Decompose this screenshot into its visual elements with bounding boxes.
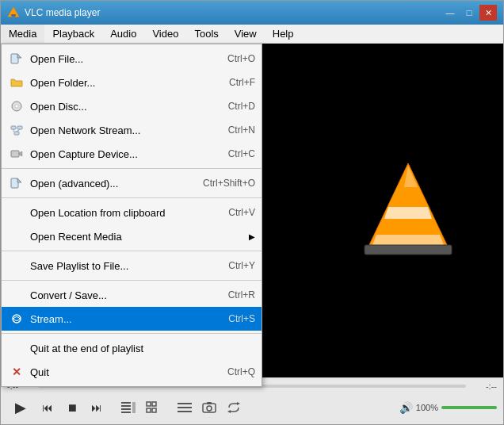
svg-marker-19: [372, 235, 444, 245]
svg-rect-28: [152, 402, 156, 406]
menu-video[interactable]: Video: [144, 25, 186, 43]
menu-help[interactable]: Help: [265, 25, 302, 43]
svg-rect-12: [11, 151, 19, 157]
menu-bar: Media Playback Audio Video Tools View He…: [1, 25, 503, 44]
convert-icon: [8, 286, 25, 304]
open-capture-shortcut: Ctrl+C: [228, 148, 255, 159]
menu-item-open-advanced[interactable]: Open (advanced)... Ctrl+Shift+O: [2, 171, 262, 195]
toggle-playlist-button[interactable]: [117, 396, 139, 419]
menu-item-open-network[interactable]: Open Network Stream... Ctrl+N: [2, 118, 262, 142]
open-network-shortcut: Ctrl+N: [228, 124, 255, 136]
svg-rect-32: [178, 407, 192, 408]
menu-item-quit-playlist[interactable]: Quit at the end of playlist: [2, 336, 262, 360]
menu-item-open-file[interactable]: Open File... Ctrl+O: [2, 47, 262, 71]
volume-area: 🔊 100%: [399, 401, 497, 414]
snapshot-button[interactable]: [198, 396, 220, 419]
extended-controls-button[interactable]: [142, 396, 164, 419]
stream-shortcut: Ctrl+S: [228, 313, 255, 324]
quit-playlist-label: Quit at the end of playlist: [30, 343, 255, 354]
open-disc-label: Open Disc...: [30, 101, 228, 113]
svg-rect-9: [14, 132, 19, 135]
vlc-cone-graphic: [361, 159, 456, 262]
volume-label: 100%: [416, 403, 438, 412]
svg-rect-36: [207, 402, 212, 404]
svg-marker-4: [17, 54, 21, 58]
convert-label: Convert / Save...: [30, 289, 228, 301]
menu-item-open-recent[interactable]: Open Recent Media ▶: [2, 224, 262, 248]
open-folder-label: Open Folder...: [30, 77, 229, 89]
svg-rect-25: [121, 412, 131, 413]
open-capture-icon: [8, 145, 25, 163]
quit-label: Quit: [30, 366, 227, 378]
convert-shortcut: Ctrl+R: [228, 289, 255, 301]
open-recent-label: Open Recent Media: [30, 231, 249, 243]
open-file-shortcut: Ctrl+O: [227, 53, 255, 64]
open-location-shortcut: Ctrl+V: [228, 207, 255, 218]
svg-rect-1: [11, 14, 16, 16]
svg-rect-20: [365, 245, 452, 255]
open-file-icon: [8, 50, 25, 67]
stop-button[interactable]: ⏹: [61, 396, 83, 419]
open-folder-shortcut: Ctrl+F: [229, 77, 255, 88]
minimize-button[interactable]: —: [441, 5, 459, 21]
save-playlist-shortcut: Ctrl+Y: [228, 260, 255, 271]
volume-fill: [441, 406, 497, 409]
title-bar-left: VLC media player: [7, 6, 100, 19]
svg-marker-15: [17, 178, 21, 182]
title-bar-buttons: — □ ✕: [441, 5, 497, 21]
menu-tools[interactable]: Tools: [186, 25, 226, 43]
open-location-icon: [8, 204, 25, 221]
menu-item-open-folder[interactable]: Open Folder... Ctrl+F: [2, 71, 262, 94]
open-disc-shortcut: Ctrl+D: [228, 101, 255, 112]
open-location-label: Open Location from clipboard: [30, 207, 228, 219]
quit-icon: ✕: [8, 363, 25, 381]
menu-item-stream[interactable]: Stream... Ctrl+S: [2, 307, 262, 331]
menu-item-convert[interactable]: Convert / Save... Ctrl+R: [2, 283, 262, 307]
close-button[interactable]: ✕: [479, 5, 497, 21]
svg-rect-27: [147, 402, 151, 406]
volume-track[interactable]: [441, 406, 497, 409]
svg-rect-29: [147, 408, 151, 412]
open-disc-icon: [8, 98, 25, 115]
maximize-button[interactable]: □: [460, 5, 478, 21]
open-network-label: Open Network Stream...: [30, 124, 228, 136]
stream-icon: [8, 310, 25, 327]
svg-marker-18: [384, 207, 432, 219]
menu-item-open-location[interactable]: Open Location from clipboard Ctrl+V: [2, 201, 262, 224]
separator-4: [2, 280, 262, 281]
prev-frame-button[interactable]: ⏮: [36, 396, 59, 419]
svg-rect-24: [121, 408, 131, 410]
svg-rect-8: [17, 126, 22, 129]
separator-2: [2, 197, 262, 198]
quit-playlist-icon: [8, 339, 25, 357]
open-advanced-label: Open (advanced)...: [30, 178, 203, 190]
quit-shortcut: Ctrl+Q: [227, 366, 255, 377]
title-bar: VLC media player — □ ✕: [1, 1, 503, 25]
playlist-view-button[interactable]: [174, 396, 196, 419]
save-playlist-label: Save Playlist to File...: [30, 260, 228, 272]
open-capture-label: Open Capture Device...: [30, 148, 228, 160]
menu-item-open-disc[interactable]: Open Disc... Ctrl+D: [2, 94, 262, 118]
menu-item-quit[interactable]: ✕ Quit Ctrl+Q: [2, 360, 262, 384]
menu-item-open-capture[interactable]: Open Capture Device... Ctrl+C: [2, 142, 262, 166]
menu-media[interactable]: Media: [1, 25, 44, 43]
next-frame-button[interactable]: ⏭: [86, 396, 108, 419]
play-button[interactable]: ▶: [7, 394, 34, 421]
loop-button[interactable]: [223, 396, 245, 419]
open-advanced-shortcut: Ctrl+Shift+O: [203, 178, 255, 189]
open-folder-icon: [8, 74, 25, 91]
svg-rect-31: [178, 403, 192, 404]
menu-playback[interactable]: Playback: [44, 25, 102, 43]
menu-audio[interactable]: Audio: [102, 25, 144, 43]
svg-marker-38: [227, 410, 231, 413]
time-right: -:--: [469, 381, 497, 391]
separator-1: [2, 168, 262, 169]
svg-rect-23: [121, 405, 131, 407]
menu-view[interactable]: View: [227, 25, 265, 43]
save-playlist-icon: [8, 257, 25, 274]
svg-marker-37: [237, 402, 240, 405]
menu-item-save-playlist[interactable]: Save Playlist to File... Ctrl+Y: [2, 254, 262, 278]
volume-icon: 🔊: [399, 401, 413, 414]
svg-rect-33: [178, 411, 192, 412]
open-file-label: Open File...: [30, 53, 227, 65]
